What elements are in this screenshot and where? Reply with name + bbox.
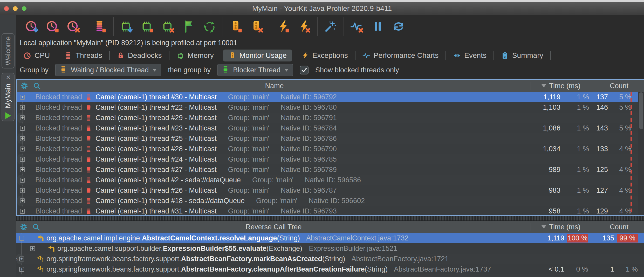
cpu-stop-icon[interactable] bbox=[46, 20, 60, 33]
expand-icon[interactable]: + bbox=[20, 95, 25, 100]
column-separator bbox=[588, 82, 588, 90]
tab-performance-charts[interactable]: Performance Charts bbox=[357, 50, 444, 61]
expand-icon[interactable]: + bbox=[20, 147, 25, 151]
memory-stop-icon[interactable] bbox=[141, 20, 154, 33]
tab-threads[interactable]: Threads bbox=[59, 50, 107, 61]
session-tab-mymain[interactable]: MyMain × bbox=[2, 73, 15, 121]
thread-name: Camel (camel-1) thread #22 - Multicast bbox=[95, 103, 217, 112]
expand-icon[interactable]: + bbox=[19, 257, 24, 261]
count-column-header[interactable]: Count bbox=[610, 221, 628, 233]
package-text: org.apache.camel.impl.engine. bbox=[46, 234, 142, 242]
scrollbar-thumb[interactable] bbox=[639, 92, 643, 129]
tab-memory[interactable]: Memory bbox=[171, 50, 219, 61]
expand-icon[interactable]: + bbox=[20, 198, 25, 203]
welcome-tab[interactable]: Welcome bbox=[2, 33, 15, 68]
thread-row[interactable]: +Blocked threadCamel (camel-1) thread #3… bbox=[17, 206, 644, 216]
minimize-window-button[interactable] bbox=[13, 6, 18, 11]
generation-flag-icon[interactable] bbox=[182, 20, 196, 33]
expand-icon[interactable]: + bbox=[20, 115, 25, 120]
exception-clear-icon[interactable] bbox=[297, 20, 311, 33]
monitor-stop-icon[interactable] bbox=[229, 20, 243, 33]
count-column-header[interactable]: Count bbox=[610, 80, 628, 92]
telemetry-clear-icon[interactable] bbox=[350, 20, 364, 33]
toolbar-group bbox=[270, 20, 317, 33]
memory-clear-icon[interactable] bbox=[161, 20, 175, 33]
thread-telemetry-icon[interactable] bbox=[93, 20, 107, 33]
thread-row[interactable]: +Blocked threadCamel (camel-1) thread #2… bbox=[17, 102, 644, 113]
tab-events[interactable]: Events bbox=[448, 50, 492, 61]
thread-row[interactable]: +Blocked threadCamel (camel-1) thread #2… bbox=[17, 144, 644, 154]
then-group-by-dropdown[interactable]: Blocker Thread bbox=[217, 64, 293, 76]
source-location: AbstractBeanFactory.java:1737 bbox=[392, 265, 491, 273]
call-tree-row[interactable]: +org.springframework.beans.factory.suppo… bbox=[16, 254, 24, 264]
thread-row[interactable]: +Blocked threadCamel (camel-1) thread #2… bbox=[17, 113, 25, 123]
call-tree-row[interactable]: +org.apache.camel.support.builder.Expres… bbox=[16, 243, 644, 254]
force-gc-icon[interactable] bbox=[203, 20, 216, 33]
call-tree-row[interactable]: +org.springframework.beans.factory.suppo… bbox=[16, 264, 644, 274]
thread-group: Group: 'main' bbox=[228, 155, 269, 163]
expand-icon[interactable]: + bbox=[20, 167, 25, 172]
expand-icon[interactable]: + bbox=[30, 246, 35, 251]
tab-cpu[interactable]: CPU bbox=[18, 50, 55, 61]
signature-text: (Exchange) bbox=[266, 245, 302, 252]
tab-deadlocks[interactable]: Deadlocks bbox=[112, 50, 167, 61]
then-group-by-value: Blocker Thread bbox=[233, 66, 280, 74]
panel-splitter[interactable] bbox=[16, 216, 644, 221]
time-column-header[interactable]: Time (ms) bbox=[542, 80, 580, 92]
thread-row[interactable]: +Blocked threadCamel (camel-1) thread #3… bbox=[17, 92, 644, 102]
thread-row[interactable]: +Blocked threadCamel (camel-1) thread #2… bbox=[17, 133, 25, 144]
inspections-wand-icon[interactable] bbox=[324, 20, 337, 33]
tab-separator bbox=[169, 51, 169, 60]
window-title: MyMain - YourKit Java Profiler 2020.9-b4… bbox=[78, 2, 566, 15]
stack-icon bbox=[64, 52, 72, 59]
memory-record-icon[interactable] bbox=[120, 20, 133, 33]
thread-row[interactable]: +Blocked threadCamel (camel-1) thread #2… bbox=[17, 185, 644, 196]
thread-group: Group: 'main' bbox=[228, 114, 269, 122]
expand-icon[interactable]: + bbox=[19, 267, 24, 272]
expand-icon[interactable]: + bbox=[20, 178, 25, 183]
expand-icon[interactable]: + bbox=[20, 136, 25, 141]
exception-stop-icon[interactable] bbox=[277, 20, 290, 33]
method-text: AbstractBeanFactory.markBeanAsCreated bbox=[181, 255, 322, 263]
chevron-down-icon bbox=[153, 69, 157, 72]
time-column-header[interactable]: Time (ms) bbox=[542, 221, 580, 233]
thread-row[interactable]: +Blocked threadCamel (camel-1) thread #1… bbox=[17, 196, 25, 206]
cpu-record-icon[interactable] bbox=[25, 20, 39, 33]
thread-row[interactable]: +Blocked threadCamel (camel-1) thread #2… bbox=[17, 175, 25, 185]
call-tree-row[interactable]: −org.apache.camel.impl.engine.AbstractCa… bbox=[16, 233, 644, 243]
titlebar[interactable]: MyMain - YourKit Java Profiler 2020.9-b4… bbox=[0, 2, 644, 15]
thread-group: Group: 'main' bbox=[228, 135, 269, 143]
expand-icon[interactable]: + bbox=[20, 105, 25, 110]
refresh-icon[interactable] bbox=[392, 20, 405, 33]
expand-icon[interactable]: + bbox=[20, 188, 25, 193]
tab-summary[interactable]: Summary bbox=[496, 50, 549, 61]
vertical-scrollbar[interactable] bbox=[638, 92, 644, 215]
frame-text: org.springframework.beans.factory.suppor… bbox=[46, 265, 491, 273]
thread-row[interactable]: +Blocked threadCamel (camel-1) thread #2… bbox=[17, 164, 644, 175]
expand-icon[interactable]: + bbox=[20, 157, 25, 162]
close-session-icon[interactable]: × bbox=[5, 75, 11, 80]
name-column-header[interactable]: Name bbox=[17, 80, 532, 92]
count-percent-cell: 4 % bbox=[608, 185, 631, 196]
time-cell: 989 bbox=[522, 164, 560, 175]
expand-icon[interactable]: + bbox=[20, 126, 25, 131]
collapse-icon[interactable]: − bbox=[19, 236, 24, 241]
close-window-button[interactable] bbox=[4, 6, 9, 11]
thread-group: Group: 'main' bbox=[228, 124, 269, 132]
call-arrow-icon bbox=[36, 265, 44, 273]
count-cell: 143 bbox=[579, 123, 608, 133]
group-by-dropdown[interactable]: Waiting / Blocked Thread bbox=[55, 64, 161, 76]
thread-row[interactable]: +Blocked threadCamel (camel-1) thread #2… bbox=[17, 123, 644, 133]
method-text: AbstractCamelContext.resolveLanguage bbox=[142, 234, 277, 242]
zoom-window-button[interactable] bbox=[22, 6, 26, 11]
monitor-clear-icon[interactable] bbox=[250, 20, 264, 33]
expand-icon[interactable]: + bbox=[20, 209, 25, 214]
tab-monitor-usage[interactable]: Monitor Usage bbox=[223, 50, 292, 61]
thread-row[interactable]: +Blocked threadCamel (camel-1) thread #2… bbox=[17, 154, 25, 164]
cpu-clear-icon[interactable] bbox=[67, 20, 80, 33]
pause-icon[interactable] bbox=[371, 20, 385, 33]
tab-exceptions[interactable]: Exceptions bbox=[296, 50, 353, 61]
show-blocked-threads-checkbox[interactable] bbox=[300, 66, 309, 74]
signature-text: (String) bbox=[322, 255, 345, 263]
frame-text: org.apache.camel.support.builder.Express… bbox=[57, 245, 397, 253]
